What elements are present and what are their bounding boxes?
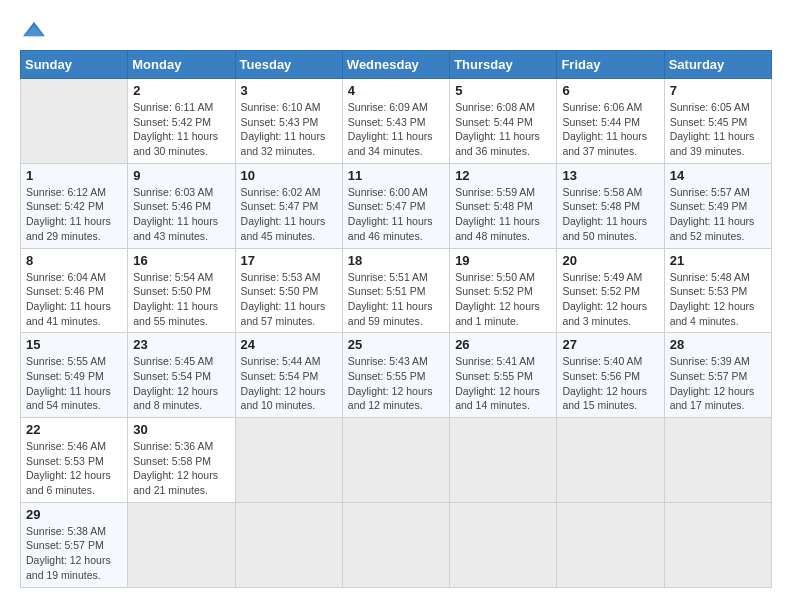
cell-info: and 10 minutes. <box>241 398 337 413</box>
cell-info: and 52 minutes. <box>670 229 766 244</box>
calendar-cell <box>664 502 771 587</box>
calendar-cell <box>450 418 557 503</box>
day-number: 12 <box>455 168 551 183</box>
cell-info: Daylight: 11 hours <box>562 214 658 229</box>
calendar-cell: 16Sunrise: 5:54 AMSunset: 5:50 PMDayligh… <box>128 248 235 333</box>
weekday-header: Saturday <box>664 51 771 79</box>
calendar-cell: 28Sunrise: 5:39 AMSunset: 5:57 PMDayligh… <box>664 333 771 418</box>
day-number: 17 <box>241 253 337 268</box>
weekday-header: Tuesday <box>235 51 342 79</box>
calendar-cell: 6Sunrise: 6:06 AMSunset: 5:44 PMDaylight… <box>557 79 664 164</box>
cell-info: Sunset: 5:50 PM <box>241 284 337 299</box>
day-number: 24 <box>241 337 337 352</box>
calendar-cell: 17Sunrise: 5:53 AMSunset: 5:50 PMDayligh… <box>235 248 342 333</box>
cell-info: and 8 minutes. <box>133 398 229 413</box>
cell-info: Daylight: 11 hours <box>670 129 766 144</box>
weekday-header: Wednesday <box>342 51 449 79</box>
calendar-cell: 25Sunrise: 5:43 AMSunset: 5:55 PMDayligh… <box>342 333 449 418</box>
cell-info: and 21 minutes. <box>133 483 229 498</box>
cell-info: Daylight: 11 hours <box>348 129 444 144</box>
day-number: 13 <box>562 168 658 183</box>
cell-info: and 54 minutes. <box>26 398 122 413</box>
cell-info: Sunset: 5:47 PM <box>348 199 444 214</box>
cell-info: Sunrise: 5:55 AM <box>26 354 122 369</box>
calendar-cell: 9Sunrise: 6:03 AMSunset: 5:46 PMDaylight… <box>128 163 235 248</box>
calendar-cell: 19Sunrise: 5:50 AMSunset: 5:52 PMDayligh… <box>450 248 557 333</box>
logo-icon <box>20 20 48 40</box>
day-number: 2 <box>133 83 229 98</box>
calendar-cell: 29Sunrise: 5:38 AMSunset: 5:57 PMDayligh… <box>21 502 128 587</box>
cell-info: Sunrise: 5:36 AM <box>133 439 229 454</box>
cell-info: and 39 minutes. <box>670 144 766 159</box>
calendar-cell <box>128 502 235 587</box>
day-number: 19 <box>455 253 551 268</box>
cell-info: Sunrise: 5:53 AM <box>241 270 337 285</box>
cell-info: and 1 minute. <box>455 314 551 329</box>
cell-info: Sunrise: 5:48 AM <box>670 270 766 285</box>
calendar-row: 1Sunrise: 6:12 AMSunset: 5:42 PMDaylight… <box>21 163 772 248</box>
day-number: 11 <box>348 168 444 183</box>
cell-info: Sunset: 5:57 PM <box>670 369 766 384</box>
calendar-cell: 3Sunrise: 6:10 AMSunset: 5:43 PMDaylight… <box>235 79 342 164</box>
cell-info: Sunset: 5:50 PM <box>133 284 229 299</box>
cell-info: Sunset: 5:46 PM <box>26 284 122 299</box>
cell-info: Daylight: 11 hours <box>241 299 337 314</box>
cell-info: Sunset: 5:56 PM <box>562 369 658 384</box>
calendar-cell: 15Sunrise: 5:55 AMSunset: 5:49 PMDayligh… <box>21 333 128 418</box>
calendar-cell: 21Sunrise: 5:48 AMSunset: 5:53 PMDayligh… <box>664 248 771 333</box>
cell-info: Sunrise: 5:54 AM <box>133 270 229 285</box>
day-number: 9 <box>133 168 229 183</box>
cell-info: Sunrise: 5:58 AM <box>562 185 658 200</box>
calendar-cell <box>450 502 557 587</box>
cell-info: Sunset: 5:53 PM <box>670 284 766 299</box>
cell-info: Sunrise: 6:12 AM <box>26 185 122 200</box>
cell-info: Sunset: 5:47 PM <box>241 199 337 214</box>
day-number: 25 <box>348 337 444 352</box>
calendar-row: 22Sunrise: 5:46 AMSunset: 5:53 PMDayligh… <box>21 418 772 503</box>
cell-info: Sunrise: 6:08 AM <box>455 100 551 115</box>
cell-info: Sunset: 5:49 PM <box>670 199 766 214</box>
cell-info: Sunset: 5:52 PM <box>562 284 658 299</box>
cell-info: Sunset: 5:44 PM <box>455 115 551 130</box>
cell-info: Daylight: 12 hours <box>348 384 444 399</box>
weekday-header-row: SundayMondayTuesdayWednesdayThursdayFrid… <box>21 51 772 79</box>
calendar-cell <box>342 502 449 587</box>
cell-info: Sunrise: 6:00 AM <box>348 185 444 200</box>
cell-info: and 48 minutes. <box>455 229 551 244</box>
cell-info: and 32 minutes. <box>241 144 337 159</box>
calendar-cell: 20Sunrise: 5:49 AMSunset: 5:52 PMDayligh… <box>557 248 664 333</box>
cell-info: Daylight: 12 hours <box>562 384 658 399</box>
cell-info: Sunrise: 5:38 AM <box>26 524 122 539</box>
calendar-cell: 5Sunrise: 6:08 AMSunset: 5:44 PMDaylight… <box>450 79 557 164</box>
weekday-header: Friday <box>557 51 664 79</box>
cell-info: Daylight: 11 hours <box>133 299 229 314</box>
day-number: 28 <box>670 337 766 352</box>
cell-info: Daylight: 11 hours <box>133 129 229 144</box>
calendar-cell: 4Sunrise: 6:09 AMSunset: 5:43 PMDaylight… <box>342 79 449 164</box>
day-number: 21 <box>670 253 766 268</box>
cell-info: Daylight: 12 hours <box>670 299 766 314</box>
cell-info: Daylight: 11 hours <box>455 129 551 144</box>
calendar-cell: 2Sunrise: 6:11 AMSunset: 5:42 PMDaylight… <box>128 79 235 164</box>
cell-info: Sunset: 5:48 PM <box>455 199 551 214</box>
calendar-row: 8Sunrise: 6:04 AMSunset: 5:46 PMDaylight… <box>21 248 772 333</box>
day-number: 20 <box>562 253 658 268</box>
calendar-cell: 18Sunrise: 5:51 AMSunset: 5:51 PMDayligh… <box>342 248 449 333</box>
calendar-cell <box>21 79 128 164</box>
day-number: 18 <box>348 253 444 268</box>
cell-info: Sunset: 5:55 PM <box>455 369 551 384</box>
calendar-row: 29Sunrise: 5:38 AMSunset: 5:57 PMDayligh… <box>21 502 772 587</box>
cell-info: Sunrise: 5:45 AM <box>133 354 229 369</box>
calendar-cell <box>664 418 771 503</box>
cell-info: Sunrise: 6:04 AM <box>26 270 122 285</box>
cell-info: and 15 minutes. <box>562 398 658 413</box>
cell-info: Daylight: 11 hours <box>26 384 122 399</box>
calendar-cell <box>235 502 342 587</box>
cell-info: Sunrise: 6:10 AM <box>241 100 337 115</box>
calendar-row: 15Sunrise: 5:55 AMSunset: 5:49 PMDayligh… <box>21 333 772 418</box>
cell-info: and 3 minutes. <box>562 314 658 329</box>
cell-info: Sunset: 5:43 PM <box>348 115 444 130</box>
cell-info: and 12 minutes. <box>348 398 444 413</box>
day-number: 5 <box>455 83 551 98</box>
cell-info: and 43 minutes. <box>133 229 229 244</box>
